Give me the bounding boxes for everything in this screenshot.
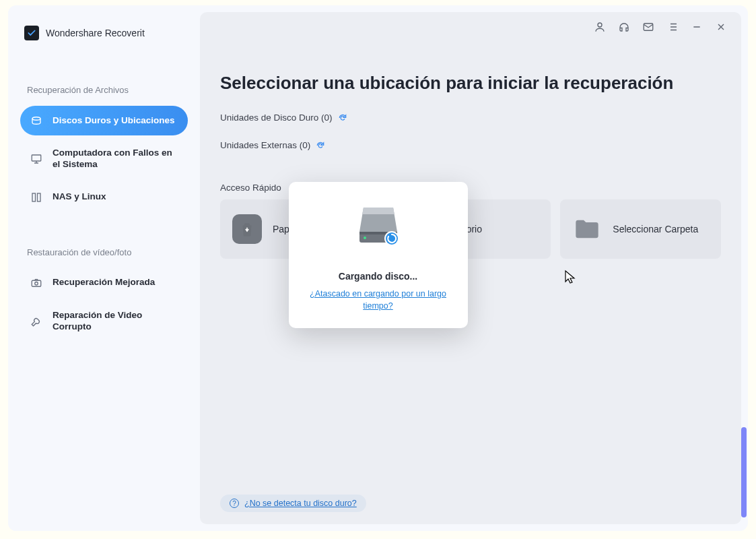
sidebar-item-label: NAS y Linux <box>53 191 106 203</box>
hdd-section-header: Unidades de Disco Duro (0) <box>220 113 721 123</box>
wrench-icon <box>30 315 43 328</box>
sidebar-item-label: Recuperación Mejorada <box>53 277 155 288</box>
svg-rect-1 <box>32 155 41 161</box>
titlebar-controls <box>593 20 728 34</box>
close-icon[interactable] <box>714 20 728 34</box>
server-icon <box>30 191 43 204</box>
sidebar-item-nas-linux[interactable]: NAS y Linux <box>20 183 188 212</box>
footer-link-text: ¿No se detecta tu disco duro? <box>244 499 357 508</box>
app-name: Wondershare Recoverit <box>46 28 145 38</box>
svg-point-6 <box>598 23 602 27</box>
mail-icon[interactable] <box>642 20 655 34</box>
headset-icon[interactable] <box>617 20 631 34</box>
sidebar-item-video-repair[interactable]: Reparación de Video Corrupto <box>20 302 188 341</box>
app-logo-icon <box>24 26 39 40</box>
sidebar-item-label: Computadora con Fallos en el Sistema <box>53 148 178 170</box>
quick-card-select-folder[interactable]: Seleccionar Carpeta <box>560 199 721 259</box>
refresh-icon[interactable] <box>316 141 325 150</box>
minimize-icon[interactable] <box>690 20 703 34</box>
sidebar-item-label: Reparación de Video Corrupto <box>53 310 178 333</box>
hard-disk-icon <box>30 114 43 127</box>
sidebar-item-enhanced-recovery[interactable]: Recuperación Mejorada <box>20 268 188 298</box>
brand: Wondershare Recoverit <box>24 26 188 40</box>
recycle-bin-icon <box>232 214 262 244</box>
sidebar-section-video-photo: Restauración de vídeo/foto <box>27 247 188 257</box>
main-panel: Seleccionar una ubicación para iniciar l… <box>200 12 741 524</box>
disk-not-detected-help[interactable]: ? ¿No se detecta tu disco duro? <box>220 495 366 512</box>
svg-point-5 <box>35 282 38 285</box>
sidebar-item-crashed-computer[interactable]: Computadora con Fallos en el Sistema <box>20 139 188 179</box>
modal-loading-title: Cargando disco... <box>302 271 454 282</box>
page-title: Seleccionar una ubicación para iniciar l… <box>220 73 721 94</box>
modal-stuck-help-link[interactable]: ¿Atascado en cargando por un largo tiemp… <box>302 288 454 312</box>
quick-card-label: Seleccionar Carpeta <box>613 224 698 234</box>
sidebar-item-drives-locations[interactable]: Discos Duros y Ubicaciones <box>20 106 188 135</box>
account-icon[interactable] <box>593 20 607 34</box>
monitor-icon <box>30 152 43 166</box>
svg-rect-3 <box>38 193 41 201</box>
hdd-label: Unidades de Disco Duro (0) <box>220 113 333 123</box>
scrollbar-thumb[interactable] <box>741 427 747 517</box>
sidebar-section-file-recovery: Recuperación de Archivos <box>27 85 188 95</box>
hard-drive-icon <box>354 202 403 247</box>
svg-point-0 <box>32 117 40 121</box>
sidebar: Wondershare Recoverit Recuperación de Ar… <box>8 5 200 531</box>
refresh-icon[interactable] <box>338 113 347 123</box>
folder-icon <box>572 214 602 244</box>
svg-rect-4 <box>32 280 41 286</box>
camera-icon <box>30 276 43 290</box>
list-icon[interactable] <box>666 20 679 34</box>
external-section-header: Unidades Externas (0) <box>220 140 721 150</box>
sidebar-item-label: Discos Duros y Ubicaciones <box>53 115 175 127</box>
question-icon: ? <box>230 499 239 508</box>
loading-disk-modal: Cargando disco... ¿Atascado en cargando … <box>289 182 468 328</box>
external-label: Unidades Externas (0) <box>220 140 310 150</box>
svg-point-11 <box>364 236 366 239</box>
svg-rect-2 <box>32 193 36 201</box>
